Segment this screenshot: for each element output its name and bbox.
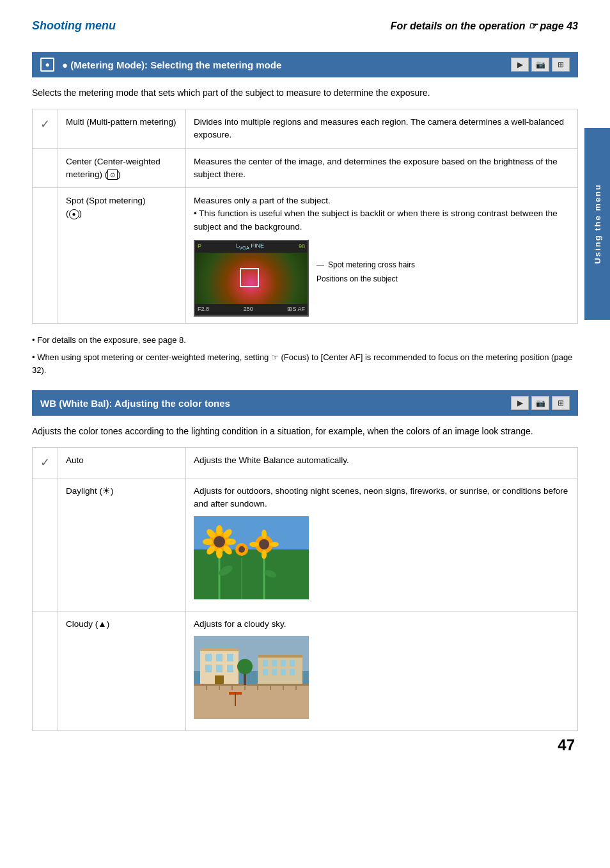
camera-icon: 📷 — [531, 58, 549, 72]
note-1: • For details on the exposure, see page … — [32, 334, 578, 347]
spot-crosshair — [240, 268, 259, 287]
table-row: Cloudy (▲) Adjusts for a cloudy sky. — [33, 611, 578, 730]
table-row: ✓ Auto Adjusts the White Balance automat… — [33, 448, 578, 478]
svg-rect-43 — [263, 669, 268, 675]
wb-section-header: WB (White Bal): Adjusting the color tone… — [32, 390, 578, 416]
building-svg — [194, 636, 309, 719]
svg-rect-35 — [227, 665, 233, 672]
wb-section: WB (White Bal): Adjusting the color tone… — [32, 390, 578, 731]
page-number: 47 — [558, 736, 575, 754]
svg-point-19 — [249, 542, 258, 547]
svg-rect-36 — [215, 675, 224, 684]
sunflower-image — [194, 516, 309, 599]
wb-description: Adjusts the color tones according to the… — [32, 425, 578, 438]
table-row: Daylight (☀) Adjusts for outdoors, shoot… — [33, 478, 578, 612]
svg-rect-34 — [216, 665, 223, 672]
wb-play-icon: ▶ — [511, 396, 529, 410]
svg-rect-33 — [205, 665, 212, 672]
svg-point-16 — [262, 530, 267, 539]
metering-section-header: ● ● (Metering Mode): Selecting the meter… — [32, 52, 578, 77]
check-mark-auto: ✓ — [40, 456, 50, 469]
spot-metering-area: P LVGA FINE 98 F2.8 25 — [194, 240, 570, 317]
table-row: Center (Center-weighted metering) (⊙) Me… — [33, 148, 578, 188]
svg-point-17 — [270, 542, 279, 547]
wb-section-icons: ▶ 📷 ⊞ — [511, 396, 570, 410]
option-desc-center: Measures the center of the image, and de… — [186, 148, 578, 188]
svg-rect-27 — [194, 684, 309, 719]
side-label: Using the menu — [593, 184, 602, 264]
svg-rect-1 — [194, 549, 309, 599]
svg-point-22 — [239, 546, 245, 553]
svg-rect-45 — [281, 669, 286, 675]
building-image — [194, 636, 309, 719]
option-desc-spot: Measures only a part of the subject. • T… — [186, 188, 578, 324]
svg-rect-30 — [205, 654, 212, 661]
svg-rect-40 — [272, 660, 277, 667]
metering-title: ● ● (Metering Mode): Selecting the meter… — [40, 58, 281, 72]
option-name-multi: Multi (Multi-pattern metering) — [58, 109, 186, 149]
spot-camera-preview: P LVGA FINE 98 F2.8 25 — [194, 240, 309, 317]
spot-labels: — Spot metering cross hairs Positions on… — [317, 240, 415, 285]
svg-point-15 — [259, 539, 269, 549]
option-desc-multi: Divides into multiple regions and measur… — [186, 109, 578, 149]
svg-rect-38 — [258, 655, 302, 658]
shooting-menu-title: Shooting menu — [32, 19, 116, 33]
wb-desc-cloudy: Adjusts for a cloudy sky. — [186, 611, 578, 730]
grid-icon: ⊞ — [552, 58, 570, 72]
option-name-center: Center (Center-weighted metering) (⊙) — [58, 148, 186, 188]
wb-desc-daylight: Adjusts for outdoors, shooting night sce… — [186, 478, 578, 612]
svg-rect-32 — [227, 654, 233, 661]
check-cell: ✓ — [33, 109, 58, 149]
table-row: Spot (Spot metering)(●) Measures only a … — [33, 188, 578, 324]
svg-rect-42 — [290, 660, 295, 667]
check-mark: ✓ — [40, 118, 50, 130]
metering-options-table: ✓ Multi (Multi-pattern metering) Divides… — [32, 109, 578, 324]
play-icon: ▶ — [511, 58, 529, 72]
svg-rect-31 — [216, 654, 223, 661]
svg-rect-39 — [263, 660, 268, 667]
svg-rect-29 — [200, 649, 239, 651]
sunflower-svg — [194, 516, 309, 599]
page-header: Shooting menu For details on the operati… — [32, 19, 578, 33]
note-2: • When using spot metering or center-wei… — [32, 351, 578, 378]
wb-title: WB (White Bal): Adjusting the color tone… — [40, 398, 230, 409]
wb-camera-icon: 📷 — [531, 396, 549, 410]
svg-point-7 — [216, 548, 223, 558]
metering-notes: • For details on the exposure, see page … — [32, 334, 578, 377]
check-cell-empty — [33, 148, 58, 188]
svg-point-5 — [216, 525, 223, 535]
svg-rect-41 — [281, 660, 286, 667]
svg-point-8 — [203, 539, 213, 545]
svg-rect-47 — [194, 684, 309, 686]
svg-rect-46 — [290, 669, 295, 675]
wb-option-auto: Auto — [58, 448, 186, 478]
svg-point-57 — [237, 659, 253, 674]
wb-check-daylight — [33, 478, 58, 612]
check-cell-empty2 — [33, 188, 58, 324]
table-row: ✓ Multi (Multi-pattern metering) Divides… — [33, 109, 578, 149]
metering-description: Selects the metering mode that sets whic… — [32, 86, 578, 100]
wb-option-daylight: Daylight (☀) — [58, 478, 186, 612]
for-details-text: For details on the operation ☞ page 43 — [391, 20, 578, 32]
wb-grid-icon: ⊞ — [552, 396, 570, 410]
wb-option-cloudy: Cloudy (▲) — [58, 611, 186, 730]
svg-point-18 — [262, 550, 267, 559]
svg-rect-44 — [272, 669, 277, 675]
metering-title-text: ● (Metering Mode): Selecting the meterin… — [62, 59, 281, 70]
metering-section-icons: ▶ 📷 ⊞ — [511, 58, 570, 72]
svg-point-4 — [214, 536, 225, 548]
wb-options-table: ✓ Auto Adjusts the White Balance automat… — [32, 447, 578, 731]
wb-check-cloudy — [33, 611, 58, 730]
wb-title-text: WB (White Bal): Adjusting the color tone… — [40, 398, 230, 409]
wb-check-auto: ✓ — [33, 448, 58, 478]
side-label-container: Using the menu — [584, 128, 610, 320]
metering-section: ● ● (Metering Mode): Selecting the meter… — [32, 52, 578, 377]
option-name-spot: Spot (Spot metering)(●) — [58, 188, 186, 324]
wb-desc-auto: Adjusts the White Balance automatically. — [186, 448, 578, 478]
svg-point-6 — [226, 539, 236, 545]
metering-icon: ● — [40, 58, 54, 72]
